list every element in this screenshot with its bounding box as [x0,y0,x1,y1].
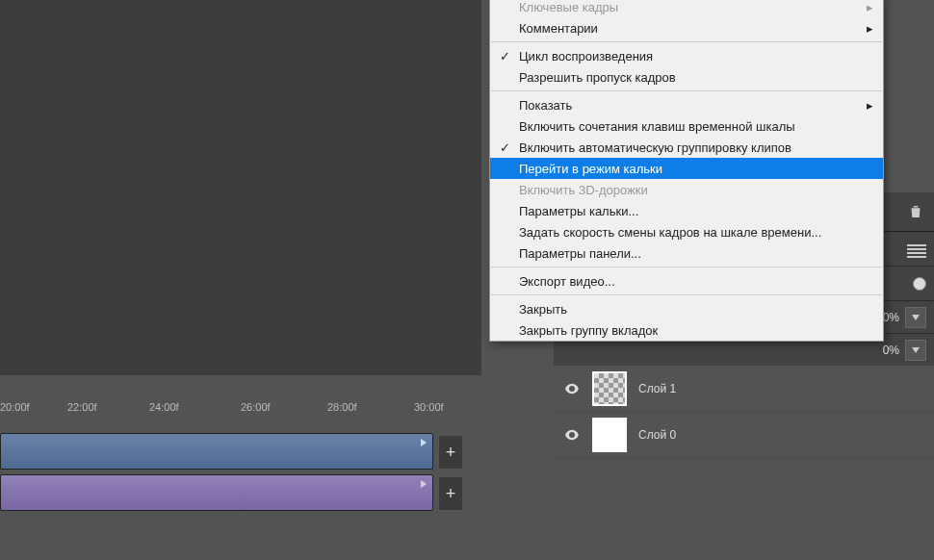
menu-item-close-tab-group[interactable]: Закрыть группу вкладок [490,319,883,341]
layer-thumbnail [592,418,627,452]
time-mark: 26:00f [241,401,271,413]
play-icon [419,479,428,489]
menu-separator [491,267,882,267]
layer-name-label: Слой 1 [638,382,676,395]
menu-item-close[interactable]: Закрыть [490,298,883,319]
opacity-slider-knob[interactable] [913,277,926,291]
panel-menu-icon[interactable] [907,242,926,256]
layer-row[interactable]: Слой 1 [554,366,934,412]
time-mark: 24:00f [149,401,179,413]
time-mark: 30:00f [414,401,444,413]
menu-item-onion-skin-mode[interactable]: Перейти в режим кальки [490,158,883,179]
menu-item-export-video[interactable]: Экспорт видео... [490,270,883,292]
visibility-icon[interactable] [563,426,581,444]
svg-marker-3 [912,347,920,353]
menu-item-comments[interactable]: Комментарии▸ [490,17,883,38]
menu-separator [491,90,882,91]
play-icon [419,438,428,447]
checkmark-icon: ✓ [500,140,510,155]
submenu-arrow-icon: ▸ [867,98,873,113]
layer-row[interactable]: Слой 0 [554,412,934,458]
time-mark: 22:00f [67,401,97,413]
submenu-arrow-icon: ▸ [867,0,873,14]
layer-name-label: Слой 0 [638,428,676,442]
add-track-button[interactable]: + [438,476,463,511]
menu-item-auto-group-clips[interactable]: ✓Включить автоматическую группировку кли… [490,137,883,158]
fill-dropdown[interactable] [905,340,926,361]
timeline-context-menu: Ключевые кадры▸ Комментарии▸ ✓Цикл воспр… [489,0,884,342]
menu-item-keyframes[interactable]: Ключевые кадры▸ [490,0,883,17]
timeline-tracks: + + [0,433,433,516]
svg-marker-0 [421,439,427,446]
menu-separator [491,294,882,295]
menu-item-enable-3d-tracks[interactable]: Включить 3D-дорожки [490,179,883,200]
video-track-1[interactable]: + [0,433,433,470]
time-mark: 20:00f [0,401,30,413]
menu-item-panel-options[interactable]: Параметры панели... [490,242,883,264]
layer-thumbnail [592,371,627,406]
menu-item-loop-playback[interactable]: ✓Цикл воспроизведения [490,45,883,66]
menu-item-enable-shortcuts[interactable]: Включить сочетания клавиш временной шкал… [490,115,883,137]
menu-item-set-framerate[interactable]: Задать скорость смены кадров на шкале вр… [490,221,883,242]
svg-marker-1 [421,480,427,488]
timeline-ruler[interactable]: 20:00f 22:00f 24:00f 26:00f 28:00f 30:00… [0,393,472,421]
layer-list: Слой 1 Слой 0 [554,366,934,458]
time-mark: 28:00f [327,401,357,413]
add-track-button[interactable]: + [438,435,463,470]
submenu-arrow-icon: ▸ [867,21,873,36]
fill-value: 0% [883,344,899,357]
visibility-icon[interactable] [563,380,581,397]
opacity-value: 0% [883,311,899,324]
menu-item-allow-frame-skip[interactable]: Разрешить пропуск кадров [490,66,883,88]
menu-item-show[interactable]: Показать▸ [490,94,883,115]
menu-separator [491,41,882,42]
video-track-2[interactable]: + [0,474,433,511]
trash-icon[interactable] [907,203,924,220]
menu-item-onion-skin-options[interactable]: Параметры кальки... [490,200,883,221]
svg-marker-2 [912,315,920,320]
opacity-dropdown[interactable] [905,307,926,328]
checkmark-icon: ✓ [500,49,510,64]
preview-viewport [0,0,481,375]
